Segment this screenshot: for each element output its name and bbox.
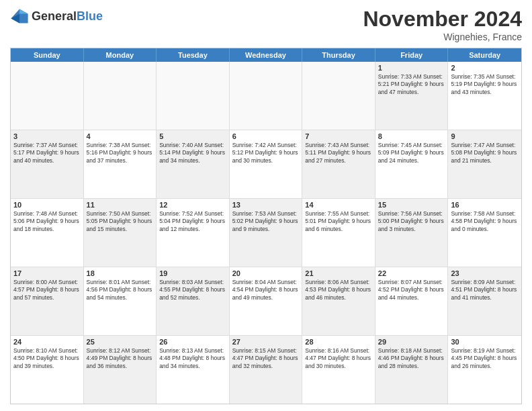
calendar-body: 1Sunrise: 7:33 AM Sunset: 5:21 PM Daylig… bbox=[11, 62, 521, 404]
day-number-1-4: 7 bbox=[305, 132, 372, 140]
day-number-3-1: 18 bbox=[87, 269, 154, 277]
cal-cell-2-0: 10Sunrise: 7:48 AM Sunset: 5:06 PM Dayli… bbox=[11, 199, 84, 267]
day-number-3-2: 19 bbox=[159, 269, 226, 277]
day-number-4-6: 30 bbox=[451, 338, 519, 346]
day-number-1-1: 4 bbox=[87, 132, 154, 140]
day-info-0-5: Sunrise: 7:33 AM Sunset: 5:21 PM Dayligh… bbox=[378, 73, 445, 96]
cal-cell-4-3: 27Sunrise: 8:15 AM Sunset: 4:47 PM Dayli… bbox=[230, 336, 303, 404]
day-number-0-6: 2 bbox=[451, 64, 519, 72]
day-number-3-6: 23 bbox=[451, 269, 519, 277]
day-number-2-1: 11 bbox=[87, 201, 154, 209]
day-number-4-3: 27 bbox=[232, 338, 300, 346]
cal-cell-0-5: 1Sunrise: 7:33 AM Sunset: 5:21 PM Daylig… bbox=[375, 62, 449, 130]
cal-cell-2-4: 14Sunrise: 7:55 AM Sunset: 5:01 PM Dayli… bbox=[302, 199, 375, 267]
cal-cell-3-5: 22Sunrise: 8:07 AM Sunset: 4:52 PM Dayli… bbox=[375, 267, 449, 335]
cal-cell-0-1 bbox=[84, 62, 157, 130]
cal-cell-4-5: 29Sunrise: 8:18 AM Sunset: 4:46 PM Dayli… bbox=[375, 336, 449, 404]
day-number-0-5: 1 bbox=[378, 64, 445, 72]
day-info-4-0: Sunrise: 8:10 AM Sunset: 4:50 PM Dayligh… bbox=[13, 347, 81, 370]
cal-cell-2-1: 11Sunrise: 7:50 AM Sunset: 5:05 PM Dayli… bbox=[84, 199, 157, 267]
day-number-2-3: 13 bbox=[232, 201, 300, 209]
day-info-3-2: Sunrise: 8:03 AM Sunset: 4:55 PM Dayligh… bbox=[159, 279, 226, 302]
location-title: Wignehies, France bbox=[363, 32, 522, 42]
day-info-3-1: Sunrise: 8:01 AM Sunset: 4:56 PM Dayligh… bbox=[87, 279, 154, 302]
day-number-1-5: 8 bbox=[378, 132, 445, 140]
cal-cell-4-6: 30Sunrise: 8:19 AM Sunset: 4:45 PM Dayli… bbox=[448, 336, 521, 404]
cal-cell-0-0 bbox=[11, 62, 84, 130]
day-info-1-3: Sunrise: 7:42 AM Sunset: 5:12 PM Dayligh… bbox=[232, 142, 300, 165]
cal-cell-4-4: 28Sunrise: 8:16 AM Sunset: 4:47 PM Dayli… bbox=[302, 336, 375, 404]
header: GeneralBlue November 2024 Wignehies, Fra… bbox=[10, 7, 522, 42]
day-number-4-1: 25 bbox=[87, 338, 154, 346]
day-number-2-4: 14 bbox=[305, 201, 372, 209]
cal-row-3: 17Sunrise: 8:00 AM Sunset: 4:57 PM Dayli… bbox=[11, 267, 521, 336]
cal-cell-3-1: 18Sunrise: 8:01 AM Sunset: 4:56 PM Dayli… bbox=[84, 267, 157, 335]
cal-cell-0-6: 2Sunrise: 7:35 AM Sunset: 5:19 PM Daylig… bbox=[448, 62, 521, 130]
weekday-wednesday: Wednesday bbox=[230, 48, 303, 62]
day-info-1-1: Sunrise: 7:38 AM Sunset: 5:16 PM Dayligh… bbox=[87, 142, 154, 165]
title-block: November 2024 Wignehies, France bbox=[363, 7, 522, 42]
day-number-3-4: 21 bbox=[305, 269, 372, 277]
cal-cell-4-2: 26Sunrise: 8:13 AM Sunset: 4:48 PM Dayli… bbox=[157, 336, 230, 404]
day-info-4-3: Sunrise: 8:15 AM Sunset: 4:47 PM Dayligh… bbox=[232, 347, 300, 370]
cal-cell-3-0: 17Sunrise: 8:00 AM Sunset: 4:57 PM Dayli… bbox=[11, 267, 84, 335]
logo-general: General bbox=[32, 9, 77, 23]
cal-cell-0-4 bbox=[302, 62, 375, 130]
cal-cell-0-3 bbox=[230, 62, 303, 130]
calendar: Sunday Monday Tuesday Wednesday Thursday… bbox=[10, 48, 522, 404]
day-info-2-0: Sunrise: 7:48 AM Sunset: 5:06 PM Dayligh… bbox=[13, 210, 81, 233]
day-info-1-0: Sunrise: 7:37 AM Sunset: 5:17 PM Dayligh… bbox=[13, 142, 81, 165]
cal-cell-1-3: 6Sunrise: 7:42 AM Sunset: 5:12 PM Daylig… bbox=[230, 130, 303, 198]
cal-cell-1-1: 4Sunrise: 7:38 AM Sunset: 5:16 PM Daylig… bbox=[84, 130, 157, 198]
day-info-4-1: Sunrise: 8:12 AM Sunset: 4:49 PM Dayligh… bbox=[87, 347, 154, 370]
cal-cell-4-1: 25Sunrise: 8:12 AM Sunset: 4:49 PM Dayli… bbox=[84, 336, 157, 404]
day-info-2-6: Sunrise: 7:58 AM Sunset: 4:58 PM Dayligh… bbox=[451, 210, 519, 233]
day-number-1-6: 9 bbox=[451, 132, 519, 140]
weekday-thursday: Thursday bbox=[302, 48, 375, 62]
day-number-2-0: 10 bbox=[13, 201, 81, 209]
cal-row-1: 3Sunrise: 7:37 AM Sunset: 5:17 PM Daylig… bbox=[11, 130, 521, 199]
day-number-1-2: 5 bbox=[159, 132, 226, 140]
cal-cell-2-6: 16Sunrise: 7:58 AM Sunset: 4:58 PM Dayli… bbox=[448, 199, 521, 267]
day-info-3-3: Sunrise: 8:04 AM Sunset: 4:54 PM Dayligh… bbox=[232, 279, 300, 302]
cal-cell-1-0: 3Sunrise: 7:37 AM Sunset: 5:17 PM Daylig… bbox=[11, 130, 84, 198]
day-info-1-2: Sunrise: 7:40 AM Sunset: 5:14 PM Dayligh… bbox=[159, 142, 226, 165]
day-number-2-6: 16 bbox=[451, 201, 519, 209]
day-number-4-4: 28 bbox=[305, 338, 372, 346]
day-number-4-0: 24 bbox=[13, 338, 81, 346]
logo-text: GeneralBlue bbox=[32, 10, 103, 23]
day-info-4-2: Sunrise: 8:13 AM Sunset: 4:48 PM Dayligh… bbox=[159, 347, 226, 370]
day-info-1-4: Sunrise: 7:43 AM Sunset: 5:11 PM Dayligh… bbox=[305, 142, 372, 165]
cal-cell-1-2: 5Sunrise: 7:40 AM Sunset: 5:14 PM Daylig… bbox=[157, 130, 230, 198]
day-info-3-5: Sunrise: 8:07 AM Sunset: 4:52 PM Dayligh… bbox=[378, 279, 445, 302]
day-number-3-5: 22 bbox=[378, 269, 445, 277]
day-number-2-2: 12 bbox=[159, 201, 226, 209]
cal-cell-4-0: 24Sunrise: 8:10 AM Sunset: 4:50 PM Dayli… bbox=[11, 336, 84, 404]
cal-cell-2-3: 13Sunrise: 7:53 AM Sunset: 5:02 PM Dayli… bbox=[230, 199, 303, 267]
day-number-3-0: 17 bbox=[13, 269, 81, 277]
weekday-sunday: Sunday bbox=[11, 48, 84, 62]
weekday-monday: Monday bbox=[84, 48, 157, 62]
day-info-1-5: Sunrise: 7:45 AM Sunset: 5:09 PM Dayligh… bbox=[378, 142, 445, 165]
weekday-friday: Friday bbox=[375, 48, 449, 62]
day-info-2-5: Sunrise: 7:56 AM Sunset: 5:00 PM Dayligh… bbox=[378, 210, 445, 233]
cal-cell-0-2 bbox=[157, 62, 230, 130]
cal-cell-1-5: 8Sunrise: 7:45 AM Sunset: 5:09 PM Daylig… bbox=[375, 130, 449, 198]
cal-cell-1-4: 7Sunrise: 7:43 AM Sunset: 5:11 PM Daylig… bbox=[302, 130, 375, 198]
cal-row-2: 10Sunrise: 7:48 AM Sunset: 5:06 PM Dayli… bbox=[11, 199, 521, 267]
cal-cell-2-5: 15Sunrise: 7:56 AM Sunset: 5:00 PM Dayli… bbox=[375, 199, 449, 267]
cal-cell-3-6: 23Sunrise: 8:09 AM Sunset: 4:51 PM Dayli… bbox=[448, 267, 521, 335]
cal-cell-3-3: 20Sunrise: 8:04 AM Sunset: 4:54 PM Dayli… bbox=[230, 267, 303, 335]
day-info-2-3: Sunrise: 7:53 AM Sunset: 5:02 PM Dayligh… bbox=[232, 210, 300, 233]
weekday-tuesday: Tuesday bbox=[157, 48, 230, 62]
day-info-2-2: Sunrise: 7:52 AM Sunset: 5:04 PM Dayligh… bbox=[159, 210, 226, 233]
day-number-4-2: 26 bbox=[159, 338, 226, 346]
cal-row-4: 24Sunrise: 8:10 AM Sunset: 4:50 PM Dayli… bbox=[11, 336, 521, 404]
day-info-2-4: Sunrise: 7:55 AM Sunset: 5:01 PM Dayligh… bbox=[305, 210, 372, 233]
day-info-4-6: Sunrise: 8:19 AM Sunset: 4:45 PM Dayligh… bbox=[451, 347, 519, 370]
logo-blue: Blue bbox=[77, 9, 103, 23]
day-info-1-6: Sunrise: 7:47 AM Sunset: 5:08 PM Dayligh… bbox=[451, 142, 519, 165]
day-number-3-3: 20 bbox=[232, 269, 300, 277]
cal-cell-1-6: 9Sunrise: 7:47 AM Sunset: 5:08 PM Daylig… bbox=[448, 130, 521, 198]
cal-cell-2-2: 12Sunrise: 7:52 AM Sunset: 5:04 PM Dayli… bbox=[157, 199, 230, 267]
